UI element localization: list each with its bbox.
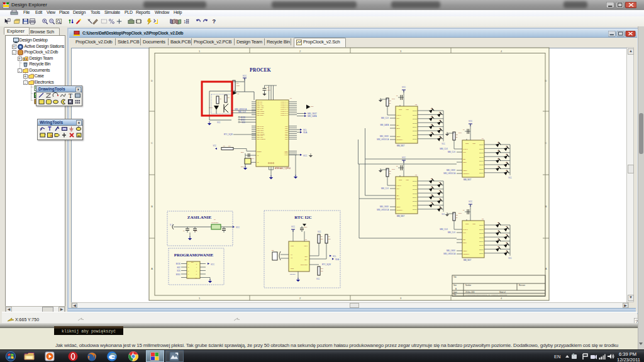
svg-text:OUT1: OUT1 xyxy=(479,229,484,231)
svg-text:MBI_5B1T: MBI_5B1T xyxy=(397,145,405,147)
svg-text:MBI_CLK: MBI_CLK xyxy=(440,228,448,231)
svg-text:VBAT: VBAT xyxy=(304,245,308,246)
svg-text:OUT2: OUT2 xyxy=(479,233,484,234)
svg-text:(ADC6) PA6: (ADC6) PA6 xyxy=(280,112,289,114)
svg-text:SCL: SCL xyxy=(305,256,308,257)
svg-text:VCC: VCC xyxy=(469,200,472,203)
svg-text:GND: GND xyxy=(465,143,469,145)
svg-text:OUT6: OUT6 xyxy=(413,134,417,136)
svg-text:AVCC: AVCC xyxy=(284,154,288,155)
svg-text:MBI_LE/DDCA: MBI_LE/DDCA xyxy=(377,138,389,141)
svg-text:RTC I2C: RTC I2C xyxy=(294,215,312,220)
svg-text:OUT6: OUT6 xyxy=(479,168,484,170)
svg-text:Sheet of: Sheet of xyxy=(499,291,506,293)
svg-text:OUT5: OUT5 xyxy=(479,244,484,246)
svg-text:SDI: SDI xyxy=(464,239,466,241)
svg-text:OUT7: OUT7 xyxy=(479,253,484,255)
svg-text:100n: 100n xyxy=(458,212,462,214)
svg-text:VCC: VCC xyxy=(211,263,214,266)
svg-text:MISO: MISO xyxy=(176,273,181,276)
svg-text:C: C xyxy=(545,141,547,145)
svg-text:A: A xyxy=(151,267,153,270)
svg-text:OUT2: OUT2 xyxy=(413,118,417,120)
svg-text:PROGRAMOWANIE: PROGRAMOWANIE xyxy=(174,253,214,257)
svg-text:GND: GND xyxy=(399,179,402,181)
svg-text:OUT4: OUT4 xyxy=(413,126,417,128)
svg-text:PD5 (OC1A): PD5 (OC1A) xyxy=(257,134,265,136)
svg-text:MBI_OE3V: MBI_OE3V xyxy=(380,206,389,208)
svg-text:MBI_CLK: MBI_CLK xyxy=(381,187,389,190)
svg-text:OUT1: OUT1 xyxy=(413,185,417,187)
svg-text:LE/DDCA: LE/DDCA xyxy=(464,173,470,175)
svg-text:OUT6: OUT6 xyxy=(413,205,417,207)
svg-text:VCC: VCC xyxy=(508,257,512,260)
svg-text:MBI_DATA: MBI_DATA xyxy=(308,115,317,118)
svg-text:C:\Users\Daf\Desktop\PropClock: C:\Users\Daf\Desktop\PropClock_v2\.. Pro… xyxy=(465,294,508,296)
svg-text:MBI_OE3V: MBI_OE3V xyxy=(380,135,389,138)
svg-text:PD1 (TXD): PD1 (TXD) xyxy=(257,128,264,129)
svg-text:OE3V: OE3V xyxy=(397,136,401,138)
svg-text:VCC: VCC xyxy=(316,278,320,280)
svg-text:A: A xyxy=(545,267,547,270)
svg-text:VCC: VCC xyxy=(291,226,295,228)
svg-text:SDA: SDA xyxy=(304,259,308,260)
svg-text:1k33: 1k33 xyxy=(236,85,240,86)
svg-text:B: B xyxy=(455,288,457,290)
svg-text:PD7 (TOSC2): PD7 (TOSC2) xyxy=(257,138,266,140)
svg-text:ATMEGA32_TQFP44: ATMEGA32_TQFP44 xyxy=(275,167,291,170)
svg-text:SQW/OUT: SQW/OUT xyxy=(301,264,308,265)
svg-text:D: D xyxy=(151,79,153,82)
svg-text:Size: Size xyxy=(453,284,457,287)
svg-text:VCC: VCC xyxy=(318,231,321,233)
svg-text:100n: 100n xyxy=(458,132,462,133)
svg-text:R-EXT: R-EXT xyxy=(464,229,469,231)
svg-text:DS1307: DS1307 xyxy=(290,273,296,275)
svg-text:(ADC3) PA3: (ADC3) PA3 xyxy=(280,107,289,108)
svg-text:MBI_LE/DDCA: MBI_LE/DDCA xyxy=(377,209,389,211)
svg-text:VCC: VCC xyxy=(291,245,294,246)
svg-text:R-EXT: R-EXT xyxy=(464,148,469,150)
svg-text:10uF: 10uF xyxy=(194,230,198,231)
svg-text:VCC: VCC xyxy=(469,120,472,123)
svg-text:100n: 100n xyxy=(392,168,396,170)
svg-text:SDO: SDO xyxy=(464,242,467,244)
svg-text:R-EXT: R-EXT xyxy=(397,114,402,116)
svg-text:Number: Number xyxy=(465,284,471,287)
svg-text:RTC_SQW: RTC_SQW xyxy=(322,263,331,266)
svg-text:VDD: VDD xyxy=(472,143,475,145)
svg-text:VDD: VDD xyxy=(406,179,409,181)
svg-text:VCC: VCC xyxy=(213,145,217,147)
svg-text:RTC_SQW: RTC_SQW xyxy=(224,133,233,136)
svg-text:23-Dec-2011: 23-Dec-2011 xyxy=(465,291,475,293)
svg-text:OUT0: OUT0 xyxy=(413,180,417,182)
svg-text:78L05CST: 78L05CST xyxy=(211,222,219,224)
svg-text:AREF: AREF xyxy=(284,151,288,152)
svg-text:1: 1 xyxy=(184,19,186,24)
svg-text:MBI_CLK: MBI_CLK xyxy=(448,151,455,153)
svg-text:PD4 (OC1B): PD4 (OC1B) xyxy=(257,133,265,134)
svg-text:OUT3: OUT3 xyxy=(413,193,417,195)
svg-text:SDI: SDI xyxy=(397,124,399,126)
svg-text:100n: 100n xyxy=(267,89,271,90)
svg-text:BaT: BaT xyxy=(304,226,308,228)
svg-text:VCC: VCC xyxy=(217,121,221,124)
svg-text:PB6 (MISO): PB6 (MISO) xyxy=(257,112,265,114)
svg-text:VCC: VCC xyxy=(508,177,512,179)
svg-text:GND: GND xyxy=(291,268,294,269)
svg-text:OUT5: OUT5 xyxy=(479,164,484,166)
svg-text:MBI_DATA: MBI_DATA xyxy=(380,124,389,126)
svg-text:CLK: CLK xyxy=(397,118,400,119)
svg-text:PB1 (T1): PB1 (T1) xyxy=(257,103,263,104)
svg-text:AGND: AGND xyxy=(284,152,288,153)
svg-text:MBI_CLK: MBI_CLK xyxy=(440,148,448,150)
svg-text:SDI: SDI xyxy=(464,158,466,160)
svg-text:VCC: VCC xyxy=(402,86,406,89)
svg-text:B: B xyxy=(545,205,547,208)
svg-text:PD0 (RXD): PD0 (RXD) xyxy=(257,126,264,127)
svg-text:PB7 (SCK): PB7 (SCK) xyxy=(257,114,264,116)
svg-text:OUT4: OUT4 xyxy=(413,197,417,199)
svg-text:OUT4: OUT4 xyxy=(479,241,484,243)
svg-text:?: ? xyxy=(213,18,216,25)
svg-text:GND: GND xyxy=(399,109,402,111)
svg-text:OUT2: OUT2 xyxy=(479,152,484,154)
